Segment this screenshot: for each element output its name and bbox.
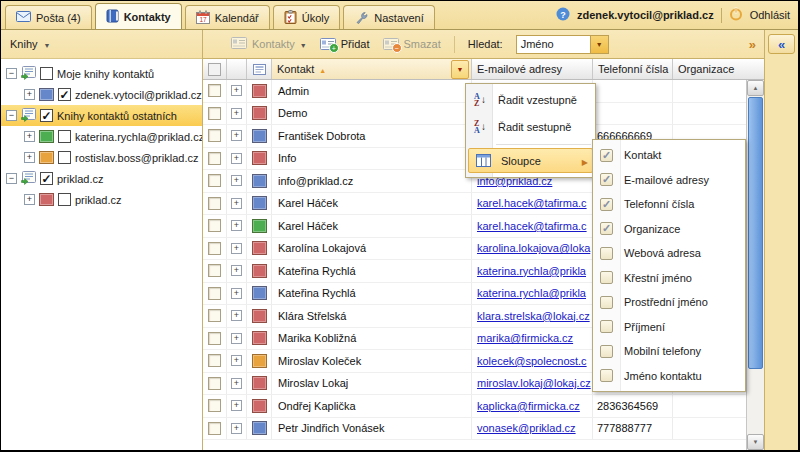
submenu-column-item[interactable]: Prostřední jméno (593, 290, 745, 315)
add-contact-button[interactable]: Přidat (320, 38, 370, 50)
scroll-up-button[interactable] (747, 80, 764, 96)
submenu-column-item[interactable]: Jméno kontaktu (593, 364, 745, 389)
menu-item-sort-descending[interactable]: Řadit sestupně (466, 113, 595, 140)
contact-email-link[interactable]: kolecek@spolecnost.c (477, 355, 587, 367)
tree-checkbox[interactable] (58, 193, 71, 206)
tree-checkbox[interactable] (40, 109, 53, 122)
column-header-contact[interactable]: Kontakt (272, 59, 472, 79)
row-checkbox[interactable] (208, 197, 221, 210)
expand-row-icon[interactable] (231, 288, 242, 299)
scroll-down-button[interactable] (747, 434, 764, 450)
tree-expander-icon[interactable] (6, 173, 17, 184)
contact-email-link[interactable]: vonasek@priklad.cz (477, 422, 576, 434)
column-visibility-checkbox[interactable] (600, 345, 613, 358)
expand-row-icon[interactable] (231, 198, 242, 209)
tree-checkbox[interactable] (40, 172, 53, 185)
row-checkbox[interactable] (208, 107, 221, 120)
help-icon[interactable]: ? (556, 7, 570, 23)
contact-email-link[interactable]: marika@firmicka.cz (477, 332, 573, 344)
tree-checkbox[interactable] (40, 67, 53, 80)
tab-posta[interactable]: Pošta (4) (5, 5, 92, 29)
row-checkbox[interactable] (208, 377, 221, 390)
logout-button[interactable]: Odhlásit (750, 9, 790, 21)
chevron-double-left-icon[interactable] (768, 34, 795, 54)
row-checkbox[interactable] (208, 354, 221, 367)
row-checkbox[interactable] (208, 332, 221, 345)
tree-expander-icon[interactable] (24, 89, 35, 100)
column-visibility-checkbox[interactable] (600, 320, 613, 333)
expand-row-icon[interactable] (231, 333, 242, 344)
menu-item-columns[interactable]: Sloupce (468, 148, 593, 173)
submenu-column-item[interactable]: Mobilní telefony (593, 339, 745, 364)
expand-row-icon[interactable] (231, 243, 242, 254)
expand-row-icon[interactable] (231, 355, 242, 366)
expand-row-icon[interactable] (231, 423, 242, 434)
row-checkbox[interactable] (208, 219, 221, 232)
tree-expander-icon[interactable] (24, 152, 35, 163)
column-visibility-checkbox[interactable] (600, 296, 613, 309)
expand-row-icon[interactable] (231, 85, 242, 96)
tree-item[interactable]: zdenek.vytocil@priklad.cz (1, 84, 202, 105)
row-checkbox[interactable] (208, 174, 221, 187)
column-header-phone[interactable]: Telefonní čísla (593, 59, 673, 79)
tree-checkbox[interactable] (58, 151, 71, 164)
vertical-scrollbar[interactable] (746, 80, 764, 450)
column-visibility-checkbox[interactable] (600, 198, 613, 211)
expand-row-icon[interactable] (231, 265, 242, 276)
tree-item[interactable]: Knihy kontaktů ostatních (1, 105, 202, 126)
expand-row-icon[interactable] (231, 153, 242, 164)
tree-expander-icon[interactable] (6, 110, 17, 121)
row-checkbox[interactable] (208, 309, 221, 322)
contact-email-link[interactable]: kaplicka@firmicka.cz (477, 400, 580, 412)
search-field-select[interactable]: Jméno (516, 35, 609, 54)
contact-row[interactable]: Ondřej Kaplička kaplicka@firmicka.cz 283… (203, 395, 746, 418)
row-checkbox[interactable] (208, 129, 221, 142)
tree-expander-icon[interactable] (24, 194, 35, 205)
row-checkbox[interactable] (208, 399, 221, 412)
expand-row-icon[interactable] (231, 400, 242, 411)
row-checkbox[interactable] (208, 287, 221, 300)
column-menu-button[interactable] (451, 60, 469, 79)
tab-nastaveni[interactable]: Nastavení (343, 5, 435, 29)
tab-kontakty[interactable]: Kontakty (95, 3, 182, 29)
tree-checkbox[interactable] (58, 88, 71, 101)
column-header-organization[interactable]: Organizace (673, 59, 764, 79)
expand-row-icon[interactable] (231, 220, 242, 231)
chevron-down-icon[interactable] (590, 36, 608, 53)
menu-item-sort-ascending[interactable]: Řadit vzestupně (466, 86, 595, 113)
row-checkbox[interactable] (208, 422, 221, 435)
tree-item[interactable]: katerina.rychla@priklad.cz (1, 126, 202, 147)
books-header[interactable]: Knihy (1, 30, 202, 59)
row-checkbox[interactable] (208, 242, 221, 255)
column-visibility-checkbox[interactable] (600, 369, 613, 382)
contacts-menu-button[interactable]: Kontakty (231, 37, 307, 51)
contact-email-link[interactable]: karel.hacek@tafirma.c (477, 220, 587, 232)
delete-contact-button[interactable]: Smazat (383, 38, 441, 50)
submenu-column-item[interactable]: Webová adresa (593, 241, 745, 266)
expand-row-icon[interactable] (231, 108, 242, 119)
column-visibility-checkbox[interactable] (600, 222, 613, 235)
submenu-column-item[interactable]: Křestní jméno (593, 266, 745, 291)
scrollbar-thumb[interactable] (748, 97, 763, 369)
row-checkbox[interactable] (208, 264, 221, 277)
tree-item[interactable]: Moje knihy kontaktů (1, 63, 202, 84)
submenu-column-item[interactable]: Organizace (593, 217, 745, 242)
select-all-checkbox[interactable] (203, 59, 227, 79)
contact-email-link[interactable]: klara.strelska@lokaj.cz (477, 310, 590, 322)
chevron-double-right-icon[interactable] (749, 37, 758, 52)
contact-email-link[interactable]: karolina.lokajova@loka (477, 242, 590, 254)
tree-item[interactable]: priklad.cz (1, 168, 202, 189)
contact-email-link[interactable]: katerina.rychla@prikla (477, 287, 586, 299)
tree-checkbox[interactable] (58, 130, 71, 143)
row-checkbox[interactable] (208, 84, 221, 97)
submenu-column-item[interactable]: Telefonní čísla (593, 192, 745, 217)
column-visibility-checkbox[interactable] (600, 173, 613, 186)
contact-row[interactable]: Petr Jindřich Vonásek vonasek@priklad.cz… (203, 418, 746, 441)
column-visibility-checkbox[interactable] (600, 149, 613, 162)
column-header-email[interactable]: E-mailové adresy (472, 59, 593, 79)
submenu-column-item[interactable]: E-mailové adresy (593, 168, 745, 193)
expand-row-icon[interactable] (231, 310, 242, 321)
expand-row-icon[interactable] (231, 130, 242, 141)
submenu-column-item[interactable]: Příjmení (593, 315, 745, 340)
expand-row-icon[interactable] (231, 175, 242, 186)
